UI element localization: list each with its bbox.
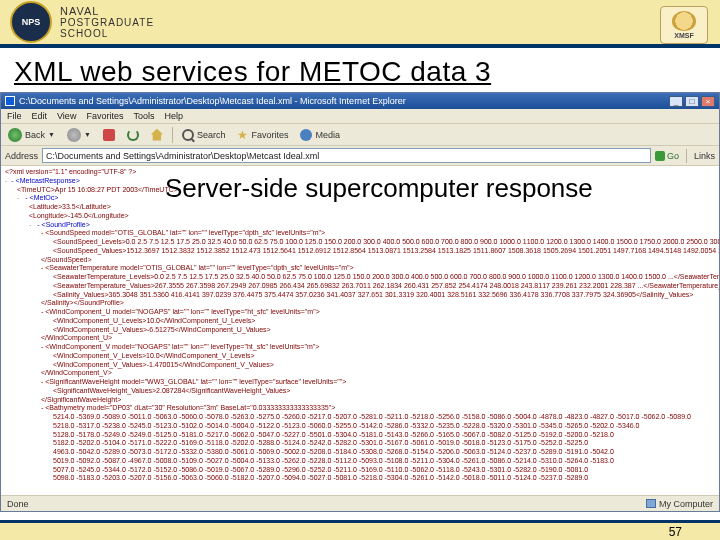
xml-line: </WindComponent_V> bbox=[5, 369, 715, 378]
ie-statusbar: Done My Computer bbox=[1, 495, 719, 511]
overlay-caption: Server-side supercomputer response bbox=[165, 173, 710, 204]
school-name: NAVAL POSTGRADUATE SCHOOL bbox=[60, 5, 154, 39]
xml-line: 5077.0 -5245.0 -5344.0 -5172.0 -5152.0 -… bbox=[5, 466, 715, 475]
refresh-button[interactable] bbox=[124, 128, 142, 142]
xml-line: <SoundSpeed_Levels>0.0 2.5 7.5 12.5 17.5… bbox=[5, 238, 715, 247]
close-button[interactable]: × bbox=[701, 96, 715, 107]
media-button[interactable]: Media bbox=[297, 128, 343, 142]
refresh-icon bbox=[127, 129, 139, 141]
menu-view[interactable]: View bbox=[57, 111, 76, 121]
menu-favorites[interactable]: Favorites bbox=[86, 111, 123, 121]
stop-button[interactable] bbox=[100, 128, 118, 142]
xml-line: </SoundSpeed> bbox=[5, 256, 715, 265]
xml-line: 5214.0 -5369.0 -5089.0 -5011.0 -5063.0 -… bbox=[5, 413, 715, 422]
computer-icon bbox=[646, 499, 656, 508]
ie-menubar: File Edit View Favorites Tools Help bbox=[1, 109, 719, 124]
back-button[interactable]: Back ▼ bbox=[5, 127, 58, 143]
xml-line: 5182.0 -5202.0 -5104.0 -5171.0 -5222.0 -… bbox=[5, 439, 715, 448]
back-arrow-icon bbox=[8, 128, 22, 142]
xml-line: </WindComponent_U> bbox=[5, 334, 715, 343]
xml-line: <SignificantWaveHeight_Values>2.087284</… bbox=[5, 387, 715, 396]
xml-line: <SoundSpeed_Values>1512.3697 1512.3832 1… bbox=[5, 247, 715, 256]
xml-line: <Salinity_Values>365.3048 351.5360 416.4… bbox=[5, 291, 715, 300]
address-input[interactable]: C:\Documents and Settings\Administrator\… bbox=[42, 148, 651, 163]
forward-button[interactable]: ▼ bbox=[64, 127, 94, 143]
menu-help[interactable]: Help bbox=[164, 111, 183, 121]
menu-file[interactable]: File bbox=[7, 111, 22, 121]
ie-addressbar: Address C:\Documents and Settings\Admini… bbox=[1, 146, 719, 166]
xml-line: <WindComponent_U_Values>-6.51275</WindCo… bbox=[5, 326, 715, 335]
links-label[interactable]: Links bbox=[694, 151, 715, 161]
search-button[interactable]: Search bbox=[179, 128, 229, 142]
security-zone: My Computer bbox=[646, 499, 713, 509]
xml-line: 5019.0 -5092.0 -5087.0 -4967.0 -5008.0 -… bbox=[5, 457, 715, 466]
ie-window: C:\Documents and Settings\Administrator\… bbox=[0, 92, 720, 512]
slide-footer: 57 bbox=[0, 520, 720, 540]
xml-line: </SignificantWaveHeight> bbox=[5, 396, 715, 405]
media-icon bbox=[300, 129, 312, 141]
xml-line: <Latitude>33.5</Latitude> bbox=[5, 203, 715, 212]
slide-title: XML web services for METOC data 3 bbox=[0, 48, 720, 92]
xml-line: - - <SoundProfile> bbox=[5, 221, 715, 230]
maximize-button[interactable]: □ bbox=[685, 96, 699, 107]
menu-edit[interactable]: Edit bbox=[32, 111, 48, 121]
xml-line: - <WindComponent_V model="NOGAPS" lat=""… bbox=[5, 343, 715, 352]
xml-line: 5128.0 -5178.0 -5249.0 -5249.0 -5125.0 -… bbox=[5, 431, 715, 440]
xml-line: <SeawaterTemperature_Values>267.3555 267… bbox=[5, 282, 715, 291]
stop-icon bbox=[103, 129, 115, 141]
xml-line: <Longitude>-145.0</Longitude> bbox=[5, 212, 715, 221]
forward-arrow-icon bbox=[67, 128, 81, 142]
xml-line: <WindComponent_V_Values>-1.470015</WindC… bbox=[5, 361, 715, 370]
status-done: Done bbox=[7, 499, 29, 509]
page-number: 57 bbox=[669, 525, 682, 539]
ie-titlebar[interactable]: C:\Documents and Settings\Administrator\… bbox=[1, 93, 719, 109]
go-icon bbox=[655, 151, 665, 161]
home-button[interactable] bbox=[148, 128, 166, 142]
favorites-button[interactable]: ★Favorites bbox=[234, 127, 291, 143]
ie-icon bbox=[5, 96, 15, 106]
xml-line: - <SignificantWaveHeight model="WW3_GLOB… bbox=[5, 378, 715, 387]
slide-header: NPS NAVAL POSTGRADUATE SCHOOL XMSF bbox=[0, 0, 720, 48]
window-title: C:\Documents and Settings\Administrator\… bbox=[19, 96, 406, 106]
xml-line: - <WindComponent_U model="NOGAPS" lat=""… bbox=[5, 308, 715, 317]
xmsf-logo-icon: XMSF bbox=[660, 6, 708, 44]
home-icon bbox=[151, 129, 163, 141]
ie-toolbar: Back ▼ ▼ Search ★Favorites Media bbox=[1, 124, 719, 146]
xml-line: <SeawaterTemperature_Levels>0.0 2.5 7.5 … bbox=[5, 273, 715, 282]
xml-line: 5098.0 -5183.0 -5203.0 -5207.0 -5156.0 -… bbox=[5, 474, 715, 483]
xml-viewport[interactable]: <?xml version="1.1" encoding="UTF-8" ?> … bbox=[1, 166, 719, 495]
xml-line: - <SoundSpeed model="OTIS_GLOBAL" lat=""… bbox=[5, 229, 715, 238]
menu-tools[interactable]: Tools bbox=[133, 111, 154, 121]
go-button[interactable]: Go bbox=[655, 151, 679, 161]
nps-seal-icon: NPS bbox=[10, 1, 52, 43]
search-icon bbox=[182, 129, 194, 141]
minimize-button[interactable]: _ bbox=[669, 96, 683, 107]
star-icon: ★ bbox=[237, 128, 248, 142]
xml-line: - <Bathymetry model="DP03" dLat="30" Res… bbox=[5, 404, 715, 413]
xml-line: <WindComponent_U_Levels>10.0</WindCompon… bbox=[5, 317, 715, 326]
xml-line: </Salinity></SoundProfile> bbox=[5, 299, 715, 308]
xml-line: 4963.0 -5042.0 -5289.0 -5073.0 -5172.0 -… bbox=[5, 448, 715, 457]
xml-line: <WindComponent_V_Levels>10.0</WindCompon… bbox=[5, 352, 715, 361]
xml-line: - <SeawaterTemperature model="OTIS_GLOBA… bbox=[5, 264, 715, 273]
xml-line: 5218.0 -5317.0 -5238.0 -5245.0 -5123.0 -… bbox=[5, 422, 715, 431]
address-label: Address bbox=[5, 151, 38, 161]
